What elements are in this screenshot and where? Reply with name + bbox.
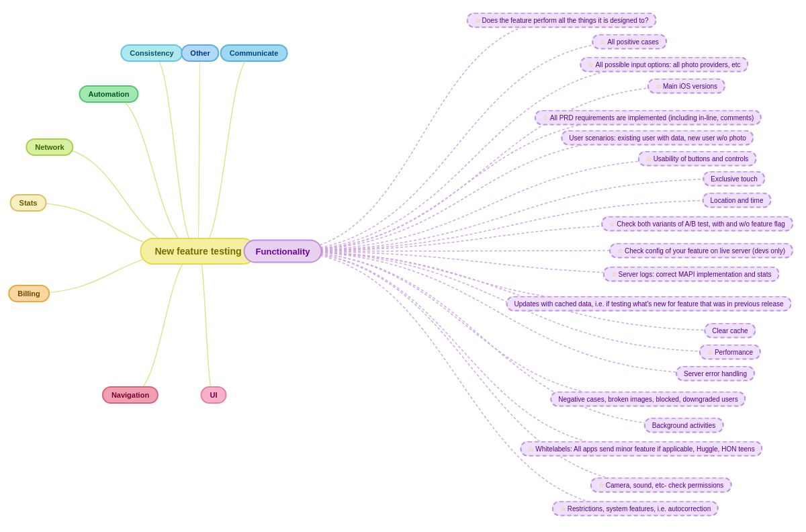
right-node-r12[interactable]: ☆Server logs: correct MAPI implementatio… [603,267,780,282]
right-node-label-r19: Whitelabels: All apps send minor feature… [535,445,754,453]
star-icon: ☆ [598,482,604,489]
right-node-r5[interactable]: ☆All PRD requirements are implemented (i… [535,110,762,126]
right-node-label-r4: Main iOS versions [663,83,717,90]
right-node-r1[interactable]: ☆Does the feature perform all the things… [467,13,657,28]
ui-node[interactable]: UI [201,386,227,404]
right-node-label-r14: Clear cache [712,327,748,335]
right-node-r7[interactable]: ☆Usability of buttons and controls [638,151,757,167]
right-node-label-r2: All positive cases [607,38,659,46]
star-icon: ☆ [560,505,566,513]
right-node-label-r11: Check config of your feature on live ser… [625,247,785,255]
consistency-node[interactable]: Consistency [120,44,183,62]
right-node-r9[interactable]: Location and time [703,193,772,208]
right-node-label-r12: Server logs: correct MAPI implementation… [619,271,772,278]
right-node-label-r3: All possible input options: all photo pr… [595,61,740,69]
star-icon: ☆ [543,114,549,122]
center-label: New feature testing [154,246,241,257]
star-icon: ☆ [588,61,594,69]
right-node-r16[interactable]: Server error handling [676,366,755,382]
right-node-r17[interactable]: Negative cases, broken images, blocked, … [550,392,746,407]
right-node-label-r10: Check both variants of A/B test, with an… [617,220,785,228]
right-node-r19[interactable]: ☆Whitelabels: All apps send minor featur… [520,441,762,457]
right-node-r18[interactable]: Background activities [644,418,724,433]
right-node-r13[interactable]: Updates with cached data, i.e. if testin… [506,296,791,312]
star-icon: ☆ [609,220,615,228]
star-icon: ☆ [656,83,662,90]
center-node[interactable]: New feature testing [140,238,256,265]
right-node-r3[interactable]: ☆All possible input options: all photo p… [580,57,748,73]
right-node-r20[interactable]: ☆Camera, sound, etc- check permissions [590,478,732,493]
right-node-label-r20: Camera, sound, etc- check permissions [606,482,724,489]
right-node-r15[interactable]: ☆Performance [699,345,761,360]
right-node-label-r16: Server error handling [684,370,747,378]
right-node-label-r15: Performance [715,349,753,356]
communicate-node[interactable]: Communicate [220,44,288,62]
right-node-label-r5: All PRD requirements are implemented (in… [550,114,754,122]
right-node-label-r8: Exclusive touch [711,175,757,183]
other-node[interactable]: Other [181,44,219,62]
right-node-label-r18: Background activities [652,422,716,429]
right-node-r4[interactable]: ☆Main iOS versions [647,79,725,94]
star-icon: ☆ [617,247,623,255]
star-icon: ☆ [475,17,481,24]
star-icon: ☆ [707,349,713,356]
functionality-label: Functionality [256,247,310,257]
right-node-label-r21: Restrictions, system features, i.e. auto… [568,505,711,513]
right-node-r10[interactable]: ☆Check both variants of A/B test, with a… [601,216,793,232]
billing-node[interactable]: Billing [8,285,50,302]
star-icon: ☆ [646,155,652,163]
right-node-label-r6: User scenarios: existing user with data,… [569,134,746,142]
right-node-r21[interactable]: ☆Restrictions, system features, i.e. aut… [552,501,719,517]
right-node-label-r9: Location and time [711,197,764,204]
star-icon: ☆ [611,271,617,278]
star-icon: ☆ [528,445,534,453]
right-node-r6[interactable]: User scenarios: existing user with data,… [561,130,754,146]
star-icon: ☆ [600,38,606,46]
right-node-r8[interactable]: Exclusive touch [703,171,765,187]
stats-node[interactable]: Stats [10,194,47,212]
right-node-label-r7: Usability of buttons and controls [654,155,749,163]
right-node-r2[interactable]: ☆All positive cases [592,34,667,50]
navigation-node[interactable]: Navigation [102,386,159,404]
right-node-label-r13: Updates with cached data, i.e. if testin… [514,300,783,308]
right-node-label-r1: Does the feature perform all the things … [482,17,649,24]
functionality-node[interactable]: Functionality [244,240,322,263]
right-node-r14[interactable]: Clear cache [704,323,756,339]
right-node-label-r17: Negative cases, broken images, blocked, … [558,396,737,403]
automation-node[interactable]: Automation [79,85,138,103]
right-node-r11[interactable]: ☆Check config of your feature on live se… [609,243,793,259]
network-node[interactable]: Network [26,138,73,156]
